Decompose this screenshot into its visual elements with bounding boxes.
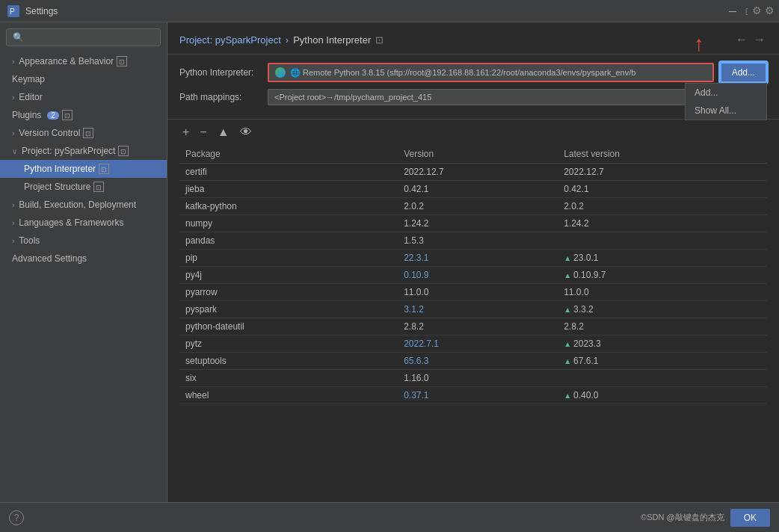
table-row[interactable]: kafka-python2.0.22.0.2	[179, 198, 767, 215]
sidebar-item-tools[interactable]: › Tools	[0, 232, 167, 250]
interpreter-value: 🌐 Remote Python 3.8.15 (sftp://root@192.…	[290, 68, 635, 78]
arrow-icon: ›	[12, 237, 14, 245]
sidebar-item-vcs[interactable]: › Version Control ⊡	[0, 124, 167, 142]
package-version: 2.8.2	[398, 318, 558, 335]
breadcrumb-icon: ⊡	[375, 34, 384, 46]
package-latest: 0.42.1	[558, 181, 767, 198]
package-toolbar: + − ▲ 👁	[167, 120, 779, 145]
table-row[interactable]: pyarrow11.0.011.0.0	[179, 284, 767, 301]
sidebar-item-advanced[interactable]: Advanced Settings	[0, 250, 167, 267]
gear-icon-2[interactable]: ⚙	[765, 4, 775, 16]
package-latest: 1.24.2	[558, 215, 767, 232]
arrow-icon: ›	[12, 93, 14, 102]
content-area: Project: pySparkProject › Python Interpr…	[167, 22, 779, 502]
window-title: Settings	[25, 6, 58, 16]
breadcrumb: Project: pySparkProject › Python Interpr…	[179, 34, 384, 46]
col-package: Package	[179, 145, 398, 164]
table-row[interactable]: pyspark3.1.2▲3.3.2	[179, 301, 767, 318]
sidebar-item-project[interactable]: ∨ Project: pySparkProject ⊡	[0, 142, 167, 160]
package-version: 2.0.2	[398, 198, 558, 215]
col-latest: Latest version	[558, 145, 767, 164]
add-package-button[interactable]: +	[179, 124, 192, 140]
app-icon: P	[7, 5, 19, 17]
sidebar-item-languages[interactable]: › Languages & Frameworks	[0, 214, 167, 232]
ok-button[interactable]: OK	[730, 509, 770, 527]
forward-button[interactable]: →	[752, 31, 767, 48]
gear-icon-1[interactable]: ⚙	[752, 4, 762, 16]
sidebar-item-label: Build, Execution, Deployment	[19, 200, 136, 210]
table-row[interactable]: pandas1.5.3	[179, 232, 767, 250]
interpreter-label: Python Interpreter:	[179, 67, 262, 78]
upgrade-arrow-icon: ▲	[564, 306, 571, 314]
sidebar-item-build[interactable]: › Build, Execution, Deployment	[0, 196, 167, 214]
sidebar: › Appearance & Behavior ⊡ Keymap › Edito…	[0, 22, 167, 502]
package-name: certifi	[179, 164, 398, 181]
arrow-icon: ∨	[12, 147, 17, 155]
sidebar-icon: ⊡	[117, 56, 127, 66]
sidebar-icon: ⊡	[99, 164, 109, 174]
sidebar-item-label: Tools	[19, 235, 40, 246]
sidebar-item-keymap[interactable]: Keymap	[0, 70, 167, 88]
table-row[interactable]: pip22.3.1▲23.0.1	[179, 250, 767, 267]
sidebar-item-label: Keymap	[12, 74, 45, 84]
sidebar-item-label: Editor	[19, 92, 42, 102]
back-button[interactable]: ←	[734, 31, 749, 48]
package-name: setuptools	[179, 353, 398, 370]
sidebar-item-editor[interactable]: › Editor	[0, 88, 167, 106]
package-version: 3.1.2	[398, 301, 558, 318]
table-row[interactable]: setuptools65.6.3▲67.6.1	[179, 353, 767, 370]
add-button[interactable]: Add...	[720, 62, 767, 83]
package-latest: ▲67.6.1	[558, 353, 767, 370]
package-latest: 2.0.2	[558, 198, 767, 215]
sidebar-item-python-interpreter[interactable]: Python Interpreter ⊡	[0, 160, 167, 178]
package-version: 1.16.0	[398, 370, 558, 387]
upgrade-arrow-icon: ▲	[564, 271, 571, 279]
package-name: pip	[179, 250, 398, 267]
sidebar-item-label: Advanced Settings	[12, 253, 87, 264]
table-row[interactable]: numpy1.24.21.24.2	[179, 215, 767, 232]
eye-package-button[interactable]: 👁	[237, 124, 255, 140]
sidebar-item-label: Python Interpreter	[24, 164, 96, 174]
package-name: pyarrow	[179, 284, 398, 301]
table-row[interactable]: py4j0.10.9▲0.10.9.7	[179, 267, 767, 284]
package-latest	[558, 232, 767, 250]
sidebar-item-project-structure[interactable]: Project Structure ⊡	[0, 178, 167, 196]
breadcrumb-page: Python Interpreter	[293, 34, 371, 46]
sidebar-icon: ⊡	[62, 110, 73, 120]
table-row[interactable]: certifi2022.12.72022.12.7	[179, 164, 767, 181]
package-version: 0.37.1	[398, 387, 558, 404]
dropdown-menu: Add... Show All...	[685, 83, 767, 120]
package-table: Package Version Latest version certifi20…	[179, 145, 767, 404]
package-name: python-dateutil	[179, 318, 398, 335]
package-table-wrapper: Package Version Latest version certifi20…	[167, 145, 779, 502]
upgrade-arrow-icon: ▲	[564, 254, 571, 262]
sidebar-item-plugins[interactable]: Plugins 2 ⊡	[0, 106, 167, 124]
path-value: <Project root>→/tmp/pycharm_project_415	[268, 89, 742, 105]
watermark: ©SDN @敲键盘的杰克	[641, 512, 724, 523]
package-version: 65.6.3	[398, 353, 558, 370]
add-dropdown: Add... Add... Show All...	[720, 62, 767, 83]
minimize-button[interactable]: ─	[727, 5, 739, 17]
table-row[interactable]: jieba0.42.10.42.1	[179, 181, 767, 198]
interpreter-section: Python Interpreter: 🌐 Remote Python 3.8.…	[167, 55, 779, 120]
remove-package-button[interactable]: −	[197, 124, 209, 140]
package-version: 1.5.3	[398, 232, 558, 250]
table-row[interactable]: pytz2022.7.1▲2023.3	[179, 335, 767, 353]
up-package-button[interactable]: ▲	[215, 124, 233, 140]
table-row[interactable]: python-dateutil2.8.22.8.2	[179, 318, 767, 335]
col-version: Version	[398, 145, 558, 164]
show-all-menu-item[interactable]: Show All...	[686, 102, 766, 120]
bottom-right: ©SDN @敲键盘的杰克 OK	[641, 509, 770, 527]
interpreter-field[interactable]: 🌐 Remote Python 3.8.15 (sftp://root@192.…	[268, 63, 714, 82]
sidebar-item-appearance[interactable]: › Appearance & Behavior ⊡	[0, 52, 167, 70]
package-version: 2022.12.7	[398, 164, 558, 181]
package-name: pytz	[179, 335, 398, 353]
package-name: pandas	[179, 232, 398, 250]
table-row[interactable]: six1.16.0	[179, 370, 767, 387]
package-version: 0.10.9	[398, 267, 558, 284]
sidebar-item-label: Appearance & Behavior	[19, 56, 114, 66]
table-row[interactable]: wheel0.37.1▲0.40.0	[179, 387, 767, 404]
help-button[interactable]: ?	[9, 510, 24, 525]
search-input[interactable]	[6, 28, 161, 46]
add-menu-item[interactable]: Add...	[686, 84, 766, 102]
